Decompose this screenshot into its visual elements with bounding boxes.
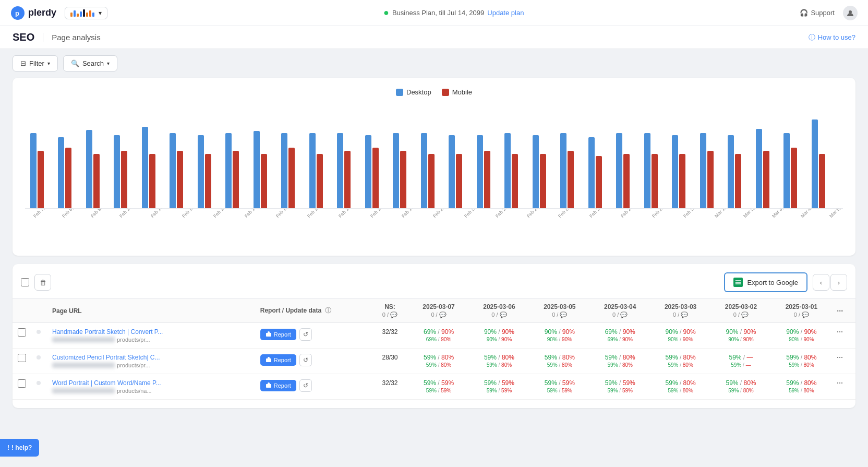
- bar-desktop: [393, 133, 399, 208]
- chart-card: Desktop Mobile Feb 7, 2025Feb 8, 2025Feb…: [13, 78, 855, 256]
- chevron-down-icon: ▾: [99, 9, 102, 17]
- row-2-report-button[interactable]: Report: [260, 354, 296, 366]
- filter-button[interactable]: ⊟ Filter ▾: [13, 55, 58, 71]
- mobile-legend: Mobile: [442, 88, 472, 96]
- update-plan-link[interactable]: Update plan: [487, 9, 524, 17]
- svg-rect-5: [736, 282, 741, 283]
- row-2-score-3: 59% / 80%59% / 80%: [529, 349, 590, 374]
- row-3-score-5: 59% / 80%59% / 80%: [650, 374, 711, 400]
- row-1-more[interactable]: ⋯: [831, 323, 855, 349]
- row-3-ns: 32/32: [371, 374, 408, 400]
- row-2-score-5-sub: 59% / 80%: [656, 362, 706, 368]
- bar-date-label: Feb 23, 2025: [526, 209, 549, 219]
- user-avatar[interactable]: [843, 6, 858, 20]
- bar-mobile: [735, 154, 741, 208]
- bar-desktop: [86, 130, 92, 208]
- plan-badge[interactable]: ▾: [65, 7, 107, 19]
- bar-group: [700, 133, 726, 208]
- row-1-score-2-sub: 90% / 90%: [474, 337, 524, 342]
- search-button[interactable]: 🔍 Search ▾: [63, 55, 117, 71]
- desktop-checkbox[interactable]: [396, 89, 403, 96]
- row-1-refresh-button[interactable]: ↺: [299, 328, 312, 341]
- row-2-checkbox[interactable]: [18, 354, 26, 362]
- row-2-score-1-sub: 59% / 80%: [414, 362, 464, 368]
- row-1-checkbox[interactable]: [18, 328, 26, 337]
- bar-date-label: Feb 21, 2025: [463, 209, 487, 219]
- bar-desktop: [142, 127, 148, 208]
- bar-group: [86, 130, 112, 208]
- bar-date-label: Feb 25, 2025: [588, 209, 612, 219]
- row-1-score-1: 69% / 90%69% / 90%: [408, 323, 469, 349]
- next-arrow-button[interactable]: ›: [830, 274, 847, 291]
- row-2-score-2-sub: 59% / 80%: [474, 362, 524, 368]
- bar-mobile: [317, 154, 323, 208]
- next-icon: ›: [838, 279, 840, 286]
- row-2-refresh-button[interactable]: ↺: [299, 354, 312, 366]
- filter-chevron-icon: ▾: [47, 61, 50, 66]
- logo[interactable]: p plerdy: [10, 6, 56, 20]
- bar-mobile: [707, 151, 714, 208]
- prev-arrow-button[interactable]: ‹: [813, 274, 829, 291]
- bar-mobile: [623, 154, 630, 208]
- bar-date-label: Feb 15, 2025: [275, 209, 298, 219]
- bar-desktop: [449, 135, 455, 208]
- bar-date-label: Feb 16, 2025: [306, 209, 330, 219]
- row-3-more[interactable]: ⋯: [831, 374, 855, 400]
- mobile-checkbox[interactable]: [442, 89, 449, 96]
- bar-desktop: [225, 133, 232, 208]
- bar-group: [114, 135, 140, 208]
- bar-date-label: Feb 13, 2025: [212, 209, 236, 219]
- bar-desktop: [812, 119, 818, 208]
- table-toolbar: 🗑 Export to Google ‹ ›: [13, 272, 855, 298]
- delete-button[interactable]: 🗑: [34, 274, 51, 291]
- row-1-score-5: 90% / 90%90% / 90%: [650, 323, 711, 349]
- bar-date-label: Feb 9, 2025: [90, 209, 111, 219]
- support-button[interactable]: 🎧 Support: [800, 9, 835, 17]
- page-header: SEO Page analysis ⓘ How to use?: [0, 26, 868, 49]
- row-2-more[interactable]: ⋯: [831, 349, 855, 374]
- bar-group: [477, 135, 503, 208]
- bar-mobile: [261, 154, 267, 208]
- row-3-page-url-link[interactable]: Word Portrait | Custom Word/Name P...: [52, 379, 198, 387]
- google-sheets-icon: [733, 278, 743, 287]
- bar-date-label: Feb 27, 2025: [651, 209, 674, 219]
- row-1-report-button[interactable]: Report: [260, 329, 296, 340]
- filter-icon: ⊟: [20, 59, 26, 67]
- row-3-refresh-button[interactable]: ↺: [299, 379, 312, 392]
- export-google-button[interactable]: Export to Google: [724, 272, 807, 292]
- how-to-use-label: How to use?: [818, 33, 855, 41]
- row-1-page-url-link[interactable]: Handmade Portrait Sketch | Convert P...: [52, 328, 198, 336]
- bar-desktop: [616, 133, 622, 208]
- bar-mobile: [819, 154, 825, 208]
- svg-rect-4: [736, 280, 741, 281]
- row-1-score-5-sub: 90% / 90%: [656, 337, 706, 342]
- row-2-score-3-sub: 59% / 80%: [535, 362, 585, 368]
- bar-mobile: [484, 151, 490, 208]
- select-all-checkbox[interactable]: [21, 278, 29, 286]
- bar-desktop: [533, 135, 539, 208]
- bar-mobile: [652, 154, 658, 208]
- row-2-page-url-link[interactable]: Customized Pencil Portrait Sketch| C...: [52, 354, 198, 361]
- how-to-use-link[interactable]: ⓘ How to use?: [809, 33, 855, 42]
- bar-group: [142, 127, 168, 208]
- bar-desktop: [504, 133, 511, 208]
- bar-group: [281, 133, 307, 208]
- table-row: Word Portrait | Custom Word/Name P...pro…: [13, 374, 855, 400]
- bar-date-label: Feb 19, 2025: [401, 209, 424, 219]
- bar-date-label: Mar 5, 2025: [828, 209, 843, 219]
- row-3-score-4-sub: 59% / 59%: [595, 388, 645, 393]
- bar-date-label: Feb 7, 2025: [32, 209, 54, 219]
- bar-date-label: Feb 14, 2025: [244, 209, 267, 219]
- bar-group: [198, 135, 224, 208]
- chart-legend: Desktop Mobile: [25, 88, 843, 96]
- bar-group: [337, 133, 363, 208]
- bar-date-label: Feb 24, 2025: [557, 209, 581, 219]
- row-3-score-6: 59% / 80%59% / 80%: [711, 374, 771, 400]
- bar-mobile: [568, 151, 574, 208]
- row-3-checkbox[interactable]: [18, 379, 26, 388]
- row-3-score-2-sub: 59% / 59%: [474, 388, 524, 393]
- row-3-report-button[interactable]: Report: [260, 380, 296, 391]
- row-1-score-6: 90% / 90%90% / 90%: [711, 323, 771, 349]
- bar-group: [225, 133, 251, 208]
- nav-right: 🎧 Support: [800, 6, 858, 20]
